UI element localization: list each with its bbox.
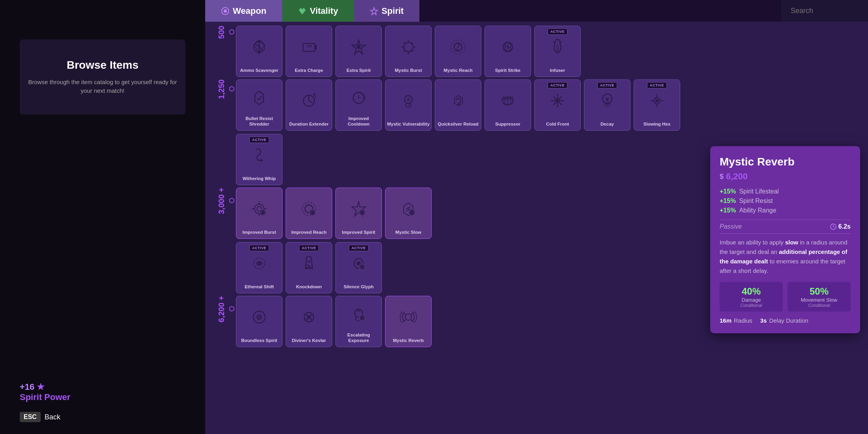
- tooltip-price: $ 6,200: [720, 171, 851, 182]
- item-diviners-kevlar[interactable]: Diviner's Kevlar: [286, 296, 332, 347]
- delay-label: Delay Duration: [769, 317, 808, 324]
- svg-marker-2: [370, 8, 378, 15]
- item-cold-front[interactable]: ACTIVE Cold Front: [534, 79, 581, 131]
- item-quicksilver-reload[interactable]: Quicksilver Reload: [435, 79, 481, 131]
- item-name-knockdown: Knockdown: [294, 284, 323, 290]
- spirit-power-label: Spirit Power: [20, 392, 70, 402]
- stat-spirit-resist: +15% Spirit Resist: [720, 197, 851, 205]
- item-name-silence-glyph: Silence Glyph: [342, 284, 375, 290]
- item-name-mystic-reverb: Mystic Reverb: [391, 338, 425, 344]
- cold-front-active-badge: ACTIVE: [548, 82, 567, 88]
- tier-3000-label: 3,000 + ⬡: [217, 188, 233, 214]
- ammo-scavenger-icon: [249, 36, 270, 58]
- damage-highlight: additional percentage of the damage deal…: [720, 248, 847, 265]
- mystic-reach-icon: [447, 36, 469, 58]
- boundless-spirit-icon: [249, 306, 270, 328]
- item-infuser[interactable]: ACTIVE Infuser: [534, 26, 581, 77]
- esc-back[interactable]: ESC Back: [20, 412, 60, 422]
- spirit-power-info: +16 ★ Spirit Power: [20, 382, 70, 402]
- ethereal-shift-icon: [249, 253, 270, 274]
- damage-val: 40%: [724, 286, 779, 297]
- stat-spirit-lifesteal: +15% Spirit Lifesteal: [720, 188, 851, 195]
- item-duration-extender[interactable]: Duration Extender: [286, 79, 332, 131]
- item-name-improved-burst: Improved Burst: [241, 230, 278, 235]
- item-mystic-reach[interactable]: Mystic Reach: [435, 26, 481, 77]
- item-suppressor[interactable]: Suppressor: [485, 79, 531, 131]
- spirit-power-star: ★: [37, 382, 45, 392]
- svg-point-93: [405, 314, 412, 320]
- item-extra-charge[interactable]: Extra Charge: [286, 26, 332, 77]
- item-bullet-resist[interactable]: Bullet Resist Shredder: [236, 79, 282, 131]
- tab-weapon[interactable]: Weapon: [205, 0, 282, 22]
- tier-3000-items-row2: ACTIVE Ethereal Shift AC: [236, 242, 432, 293]
- tab-vitality[interactable]: Vitality: [282, 0, 354, 22]
- infuser-active-badge: ACTIVE: [548, 28, 567, 35]
- bottom-stats: 16m Radius 3s Delay Duration: [720, 317, 851, 324]
- tab-bar: Weapon Vitality Spirit ✕: [205, 0, 868, 22]
- item-name-extra-charge: Extra Charge: [293, 68, 325, 73]
- stat-box-movement-slow: 50% Movement Slow Conditional: [788, 282, 851, 312]
- svg-point-80: [258, 262, 260, 265]
- item-ammo-scavenger[interactable]: Ammo Scavenger: [236, 26, 282, 77]
- svg-rect-78: [411, 212, 413, 214]
- mystic-burst-icon: [398, 36, 419, 58]
- item-mystic-burst[interactable]: Mystic Burst: [385, 26, 432, 77]
- item-knockdown[interactable]: ACTIVE Knockdown: [286, 242, 332, 293]
- tooltip-price-value: 6,200: [726, 171, 748, 182]
- search-bar: ✕: [781, 0, 868, 22]
- coin-icon-3000: ⬡: [228, 197, 235, 205]
- item-name-boundless-spirit: Boundless Spirit: [239, 338, 279, 344]
- item-decay[interactable]: ACTIVE Decay: [584, 79, 630, 131]
- svg-point-1: [224, 9, 227, 13]
- item-withering-whip[interactable]: ACTIVE Withering Whip: [236, 134, 282, 185]
- tier-1250-items-row2: ACTIVE Withering Whip: [236, 134, 680, 185]
- search-input[interactable]: [791, 7, 868, 15]
- passive-timer-value: 6.2s: [838, 223, 851, 230]
- item-name-improved-cooldown: Improved Cooldown: [336, 116, 382, 127]
- svg-point-89: [307, 316, 311, 319]
- tooltip-title: Mystic Reverb: [720, 156, 851, 168]
- item-name-ethereal-shift: Ethereal Shift: [243, 284, 275, 290]
- damage-cond: Conditional: [724, 303, 779, 308]
- delay-val: 3s: [760, 317, 767, 324]
- item-name-infuser: Infuser: [548, 68, 567, 73]
- tab-spirit[interactable]: Spirit: [354, 0, 419, 22]
- stat-name-1: Spirit Lifesteal: [739, 188, 779, 195]
- spirit-strike-icon: [497, 36, 518, 58]
- item-name-mystic-vulnerability: Mystic Vulnerability: [385, 122, 431, 127]
- tier-1250-label: 1,250 ⬡: [217, 79, 233, 99]
- item-improved-cooldown[interactable]: Improved Cooldown: [335, 79, 382, 131]
- item-improved-reach[interactable]: Improved Reach: [286, 188, 332, 239]
- knockdown-icon: [298, 253, 320, 274]
- item-mystic-slow[interactable]: Mystic Slow: [385, 188, 432, 239]
- svg-point-40: [406, 98, 410, 101]
- escalating-exposure-icon: [348, 304, 369, 325]
- knockdown-active-badge: ACTIVE: [299, 245, 319, 251]
- item-improved-spirit[interactable]: Improved Spirit: [335, 188, 382, 239]
- improved-reach-icon: [298, 198, 320, 220]
- item-name-improved-reach: Improved Reach: [290, 230, 328, 235]
- item-escalating-exposure[interactable]: Escalating Exposure: [335, 296, 382, 347]
- cold-front-icon: [547, 90, 568, 111]
- tier-1250-items-row1: Bullet Resist Shredder: [236, 79, 680, 131]
- svg-rect-73: [311, 212, 314, 214]
- tooltip-description: Imbue an ability to apply slow in a radi…: [720, 238, 851, 276]
- stat-pct-1: +15%: [720, 188, 736, 195]
- svg-line-61: [256, 149, 257, 150]
- item-silence-glyph[interactable]: ACTIVE Silence Glyph: [335, 242, 382, 293]
- ethereal-shift-active-badge: ACTIVE: [249, 245, 269, 251]
- item-ethereal-shift[interactable]: ACTIVE Ethereal Shift: [236, 242, 282, 293]
- item-spirit-strike[interactable]: Spirit Strike: [485, 26, 531, 77]
- item-slowing-hex[interactable]: ACTIVE S: [634, 79, 680, 131]
- movement-slow-name: Movement Slow: [791, 297, 847, 303]
- item-mystic-reverb[interactable]: Mystic Reverb: [385, 296, 432, 347]
- back-label[interactable]: Back: [45, 413, 60, 421]
- item-extra-spirit[interactable]: Extra Spirit: [335, 26, 382, 77]
- svg-line-30: [560, 41, 562, 43]
- browse-desc: Browse through the item catalog to get y…: [28, 78, 178, 96]
- item-improved-burst[interactable]: Improved Burst: [236, 188, 282, 239]
- tier-6200-items: Boundless Spirit Diviner's Kevlar: [236, 296, 432, 347]
- item-mystic-vulnerability[interactable]: Mystic Vulnerability: [385, 79, 432, 131]
- svg-line-29: [553, 41, 555, 43]
- item-boundless-spirit[interactable]: Boundless Spirit: [236, 296, 282, 347]
